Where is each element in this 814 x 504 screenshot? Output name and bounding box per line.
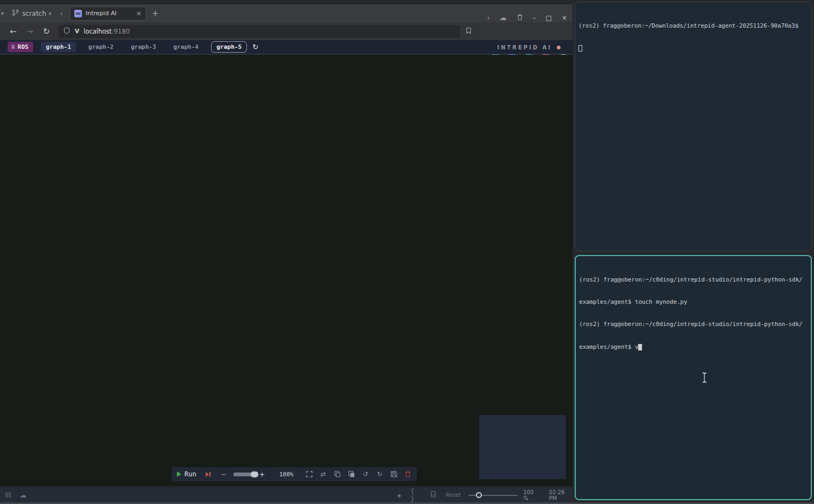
repeat-icon[interactable]: ⇄ [320, 471, 327, 478]
back-icon[interactable]: ← [10, 27, 17, 36]
code-doc-icon[interactable] [430, 491, 436, 499]
timeline-handle[interactable] [476, 492, 482, 498]
tab-graph-3[interactable]: graph-3 [126, 42, 161, 52]
workspace-label: scratch [22, 10, 46, 17]
clock-time: 02:26 PM [549, 489, 573, 501]
url-port: :9180 [112, 28, 130, 35]
browser-titlebar: ▾ scratch ▾ ‹ IAI Intrepid AI × + › ☁ – … [0, 4, 573, 22]
terminal-top[interactable]: (ros2) frag@oberon:~/Downloads/intrepid-… [575, 2, 812, 251]
fullscreen-icon[interactable] [306, 471, 313, 478]
grid-icon: ⠿ [11, 44, 15, 50]
tab-title: Intrepid AI [86, 10, 134, 17]
reset-button[interactable]: Reset [446, 492, 461, 498]
tab-graph-4[interactable]: graph-4 [169, 42, 204, 52]
terminal-line: examples/agent$ touch mynode.py [579, 298, 807, 306]
terminal-cursor-focused [638, 344, 642, 350]
url-text[interactable]: localhost:9180 [84, 28, 130, 35]
close-window-icon[interactable]: × [562, 14, 567, 22]
url-host: localhost [84, 28, 112, 35]
brand-logo: INTREPID AI [497, 44, 552, 50]
tab-ros[interactable]: ⠿ ROS [8, 42, 33, 52]
reload-icon[interactable]: ↻ [43, 27, 50, 36]
statusbar-zoom: 100 % [523, 489, 539, 501]
cloud-sync-icon[interactable]: ☁ [20, 491, 27, 499]
braces-icon[interactable]: { } [410, 488, 421, 503]
pause-icon[interactable] [5, 493, 11, 497]
trash-icon[interactable] [517, 14, 523, 22]
graph-tabbar: ⠿ ROS graph-1 graph-2 graph-3 graph-4 gr… [0, 40, 573, 54]
close-tab-icon[interactable]: × [136, 10, 142, 17]
terminal-line: examples/agent$ v [579, 343, 807, 351]
mouse-ibeam-cursor [680, 365, 708, 392]
chevron-down-icon: ▾ [49, 11, 52, 16]
workspace-selector[interactable]: scratch ▾ [22, 10, 52, 17]
zoom-in-button[interactable]: + [259, 470, 265, 479]
statusbar: ☁ ◈ { } Reset 100 % 02:26 PM [0, 487, 573, 502]
url-bar[interactable]: V localhost:9180 [59, 25, 460, 38]
chevron-left-icon[interactable]: ‹ [60, 9, 63, 17]
redo-icon[interactable]: ↻ [376, 471, 383, 478]
maximize-icon[interactable]: □ [546, 14, 552, 22]
browser-window: ▾ scratch ▾ ‹ IAI Intrepid AI × + › ☁ – … [0, 0, 573, 502]
layers-icon[interactable]: ◈ [397, 492, 401, 499]
minimize-icon[interactable]: – [533, 14, 536, 22]
slider-track-left [233, 473, 253, 476]
tab-graph-5[interactable]: graph-5 [211, 41, 247, 53]
terminal-cursor-unfocused [578, 45, 582, 52]
tab-label: ROS [18, 43, 29, 50]
refresh-icon[interactable]: ↻ [252, 43, 258, 51]
chevron-down-icon[interactable]: ▾ [1, 10, 7, 16]
terminal-panel: (ros2) frag@oberon:~/Downloads/intrepid-… [573, 0, 814, 502]
delete-icon[interactable] [404, 471, 411, 478]
play-icon[interactable] [177, 471, 181, 477]
git-branch-icon [12, 8, 19, 18]
duplicate-icon[interactable] [348, 471, 355, 478]
window-top-edge [0, 0, 573, 4]
undo-icon[interactable]: ↺ [362, 471, 369, 478]
graph-canvas[interactable]: Run − + 100% ⇄ [0, 55, 573, 486]
terminal-bottom-focused[interactable]: (ros2) frag@oberon:~/c0ding/intrepid-stu… [575, 255, 812, 500]
run-button[interactable]: Run [185, 470, 196, 478]
status-dot [557, 46, 561, 49]
shield-icon[interactable] [63, 26, 70, 36]
browser-tab-intrepid[interactable]: IAI Intrepid AI × [69, 7, 147, 21]
slider-handle[interactable] [251, 471, 258, 477]
forward-icon[interactable]: → [27, 27, 34, 36]
terminal-line: (ros2) frag@oberon:~/c0ding/intrepid-stu… [579, 276, 807, 284]
run-toolbar: Run − + 100% ⇄ [171, 467, 417, 481]
chevron-right-icon[interactable]: › [487, 14, 489, 22]
copy-icon[interactable] [334, 471, 341, 478]
bookmark-icon[interactable] [466, 26, 472, 36]
save-icon[interactable] [390, 471, 397, 478]
new-tab-button[interactable]: + [152, 9, 159, 18]
zoom-slider[interactable] [233, 472, 253, 476]
step-icon[interactable] [205, 471, 211, 477]
zoom-out-button[interactable]: − [221, 470, 227, 479]
tab-favicon: IAI [74, 10, 82, 17]
terminal-line: (ros2) frag@oberon:~/c0ding/intrepid-stu… [579, 321, 807, 328]
browser-navbar: ← → ↻ V localhost:9180 [0, 22, 573, 40]
tab-graph-1[interactable]: graph-1 [41, 42, 75, 52]
tab-graph-2[interactable]: graph-2 [84, 42, 118, 52]
zoom-level: 100% [279, 471, 294, 478]
terminal-prompt-text: examples/agent$ v [579, 343, 638, 350]
terminal-line: (ros2) frag@oberon:~/Downloads/intrepid-… [578, 22, 808, 30]
timeline-slider[interactable] [468, 492, 518, 499]
cloud-icon[interactable]: ☁ [500, 14, 507, 22]
minimap[interactable] [479, 415, 566, 479]
vpn-v-icon[interactable]: V [75, 28, 80, 35]
